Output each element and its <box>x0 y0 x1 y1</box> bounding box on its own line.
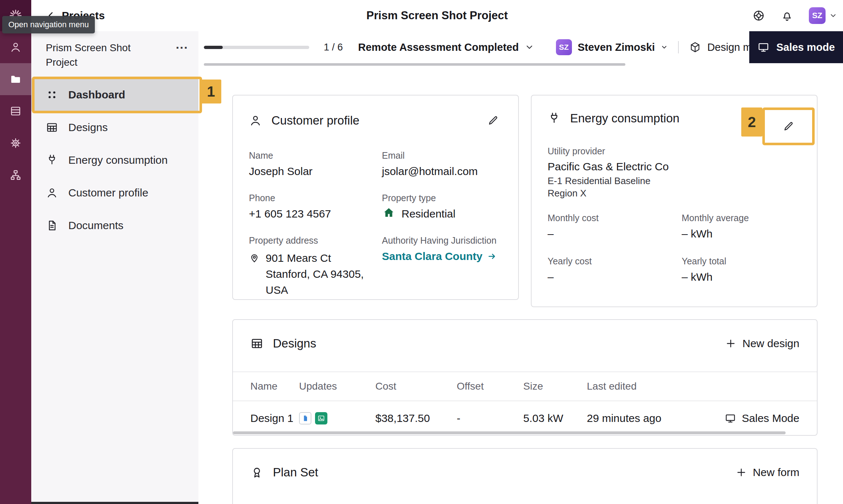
dashboard-icon <box>46 89 58 101</box>
document-icon <box>46 219 58 232</box>
rail-item-org[interactable] <box>0 159 31 191</box>
status-dropdown[interactable]: Remote Assessment Completed <box>358 41 534 53</box>
new-design-button[interactable]: New design <box>725 337 799 350</box>
designs-table-header: Name Updates Cost Offset Size Last edite… <box>233 371 817 401</box>
ahj-link[interactable]: Santa Clara County <box>382 250 502 263</box>
progress-bar <box>204 46 309 49</box>
field-value: jsolar@hotmail.com <box>382 163 502 179</box>
plus-icon <box>725 338 737 349</box>
sidebar-project-name: Prism Screen Shot Project <box>46 41 151 70</box>
column-header: Updates <box>299 381 375 392</box>
pencil-icon <box>782 120 795 133</box>
avatar: SZ <box>809 7 826 24</box>
rail-item-lists[interactable] <box>0 95 31 127</box>
new-design-label: New design <box>742 337 799 350</box>
address-line-2: Stanford, CA 94305, USA <box>266 266 382 298</box>
stat-value: – kWh <box>682 269 801 285</box>
field-label: Authority Having Jurisdiction <box>382 234 502 247</box>
column-header: Name <box>233 381 299 392</box>
help-button[interactable] <box>752 9 765 22</box>
plan-set-card: Plan Set New form <box>232 448 818 504</box>
sidebar-item-energy-consumption[interactable]: Energy consumption <box>31 144 198 176</box>
progress-fill <box>204 46 223 49</box>
horizontal-scrollbar[interactable] <box>31 502 198 504</box>
design-mode-label: Sales Mode <box>742 412 799 424</box>
toolbar-scrollbar[interactable] <box>204 63 625 66</box>
notifications-button[interactable] <box>781 9 794 22</box>
account-menu[interactable]: SZ <box>809 7 837 24</box>
energy-consumption-card: Energy consumption Utility provider Paci… <box>531 95 818 307</box>
sales-mode-button[interactable]: Sales mode <box>749 31 843 63</box>
field-property-address: Property address 901 Mears Ct Stanford, … <box>249 234 382 298</box>
stat-value: – kWh <box>682 226 801 242</box>
page-title: Prism Screen Shot Project <box>31 9 843 22</box>
sales-mode-label: Sales mode <box>776 41 835 53</box>
gear-icon <box>9 137 22 149</box>
rail-item-settings[interactable] <box>0 127 31 159</box>
main-content: 1 / 6 Remote Assessment Completed SZ Ste… <box>198 31 843 504</box>
project-toolbar: 1 / 6 Remote Assessment Completed SZ Ste… <box>198 31 843 63</box>
design-cost: $38,137.50 <box>375 412 457 424</box>
customer-profile-card: Customer profile Name Joseph Solar <box>232 95 519 300</box>
field-phone: Phone +1 605 123 4567 <box>249 192 382 222</box>
energy-consumption-title: Energy consumption <box>570 111 679 125</box>
monitor-icon <box>725 412 736 424</box>
monitor-icon <box>757 41 770 53</box>
design-last-edited: 29 minutes ago <box>587 412 693 424</box>
cube-icon <box>689 41 701 53</box>
edit-energy-consumption-button[interactable] <box>779 117 798 135</box>
field-label: Property address <box>249 234 382 247</box>
folder-icon <box>9 73 22 85</box>
address-line-1: 901 Mears Ct <box>266 250 382 266</box>
sidebar-item-label: Designs <box>68 121 108 134</box>
design-name: Design 1 <box>233 412 299 424</box>
design-size: 5.03 kW <box>523 412 587 424</box>
top-bar: Projects Prism Screen Shot Project SZ <box>31 0 843 31</box>
designs-table-scrollbar[interactable] <box>233 431 786 434</box>
stat-yearly-cost: Yearly cost – <box>548 255 682 285</box>
field-value: Residential <box>402 206 455 222</box>
design-sales-mode-button[interactable]: Sales Mode <box>725 412 817 424</box>
bell-icon <box>781 9 794 22</box>
status-label: Remote Assessment Completed <box>358 41 519 53</box>
sidebar-item-customer-profile[interactable]: Customer profile <box>31 176 198 209</box>
field-value: Joseph Solar <box>249 163 382 179</box>
utility-region: Region X <box>548 187 801 199</box>
sidebar-header: Prism Screen Shot Project ... <box>31 31 198 78</box>
sidebar-item-dashboard[interactable]: Dashboard <box>31 78 198 111</box>
sidebar-item-label: Energy consumption <box>68 154 168 166</box>
map-pin-icon <box>249 252 260 263</box>
help-icon <box>752 9 765 22</box>
rail-item-customers[interactable] <box>0 31 31 63</box>
rail-item-projects[interactable] <box>0 63 31 95</box>
edit-customer-profile-button[interactable] <box>484 111 502 130</box>
assignee-name: Steven Zimoski <box>578 41 655 53</box>
stat-yearly-total: Yearly total – kWh <box>682 255 801 285</box>
column-header: Offset <box>457 381 523 392</box>
sidebar-item-designs[interactable]: Designs <box>31 111 198 144</box>
design-table-row[interactable]: Design 1 <box>233 401 817 435</box>
sidebar-item-label: Customer profile <box>68 187 148 199</box>
new-form-button[interactable]: New form <box>735 466 799 479</box>
sitemap-icon <box>9 169 22 181</box>
sidebar-item-documents[interactable]: Documents <box>31 209 198 242</box>
person-icon <box>46 187 58 199</box>
stat-label: Yearly total <box>682 255 801 267</box>
field-label: Name <box>249 149 382 162</box>
assignee-dropdown[interactable]: SZ Steven Zimoski <box>556 39 668 55</box>
project-options-button[interactable]: ... <box>176 41 188 48</box>
pencil-icon <box>487 114 499 127</box>
plan-set-title: Plan Set <box>273 466 318 479</box>
dashboard-content: Customer profile Name Joseph Solar <box>198 66 843 504</box>
utility-provider-label: Utility provider <box>548 145 801 157</box>
project-sidebar: Prism Screen Shot Project ... Dashboard … <box>31 31 198 504</box>
image-update-badge <box>315 412 327 424</box>
column-header: Last edited <box>587 381 693 392</box>
plan-set-seal-icon <box>250 466 263 479</box>
column-header: Size <box>523 381 587 392</box>
person-icon <box>249 114 262 127</box>
field-ahj: Authority Having Jurisdiction Santa Clar… <box>382 234 502 298</box>
stat-label: Yearly cost <box>548 255 682 267</box>
stat-value: – <box>548 226 682 242</box>
stat-label: Monthly cost <box>548 212 682 224</box>
